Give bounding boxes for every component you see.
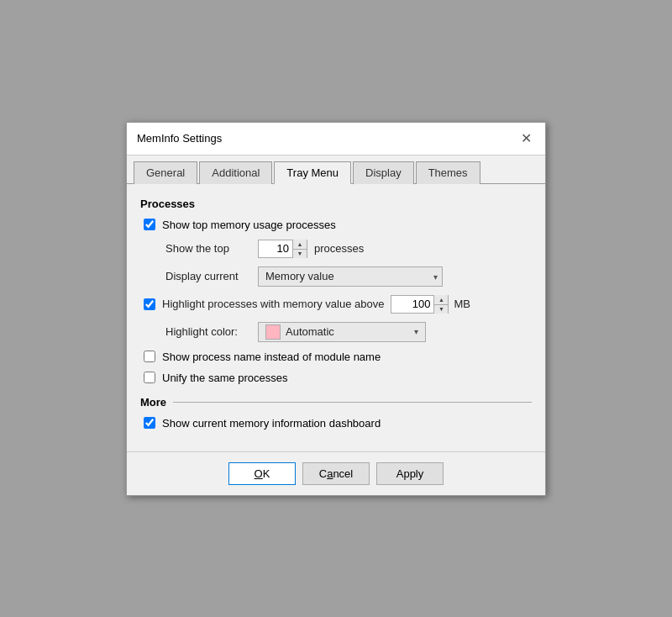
- processes-section: Processes Show top memory usage processe…: [140, 198, 532, 384]
- show-process-name-checkbox[interactable]: [144, 351, 155, 362]
- show-top-spinbox: 10 ▲ ▼: [258, 240, 307, 258]
- show-dashboard-label: Show current memory information dashboar…: [162, 417, 381, 430]
- highlight-checkbox[interactable]: [144, 298, 155, 310]
- highlight-color-arrow-icon: ▾: [414, 327, 418, 336]
- highlight-spinbox: ▲ ▼: [391, 295, 449, 314]
- close-button[interactable]: ✕: [517, 129, 535, 148]
- highlight-spin-down[interactable]: ▼: [434, 304, 448, 314]
- highlight-row: Highlight processes with memory value ab…: [140, 295, 532, 314]
- show-process-name-row: Show process name instead of module name: [140, 351, 532, 363]
- title-bar: MemInfo Settings ✕: [127, 123, 545, 156]
- highlight-spin-up[interactable]: ▲: [434, 295, 448, 304]
- highlight-color-row: Highlight color: Automatic ▾: [140, 322, 532, 342]
- show-dashboard-checkbox[interactable]: [144, 417, 155, 429]
- display-current-select[interactable]: Memory value Memory percentage CPU usage: [258, 266, 443, 287]
- show-process-name-label: Show process name instead of module name: [162, 351, 381, 363]
- highlight-color-name: Automatic: [286, 325, 407, 338]
- display-current-row: Display current Memory value Memory perc…: [140, 266, 532, 287]
- tab-tray-menu[interactable]: Tray Menu: [274, 161, 351, 184]
- tab-content: Processes Show top memory usage processe…: [127, 184, 545, 451]
- highlight-prefix: Highlight processes with memory value ab…: [162, 298, 384, 310]
- processes-title: Processes: [140, 198, 532, 210]
- apply-button[interactable]: Apply: [376, 462, 444, 485]
- more-section: More Show current memory information das…: [140, 396, 532, 430]
- tab-display[interactable]: Display: [353, 161, 414, 184]
- highlight-suffix: MB: [454, 298, 470, 310]
- unify-row: Unify the same processes: [140, 372, 532, 384]
- settings-dialog: MemInfo Settings ✕ General Additional Tr…: [126, 122, 546, 496]
- window-title: MemInfo Settings: [137, 132, 222, 145]
- highlight-color-swatch: [265, 324, 281, 340]
- show-top-memory-row: Show top memory usage processes: [140, 219, 532, 231]
- more-divider-line: [173, 402, 532, 403]
- show-top-row: Show the top 10 ▲ ▼ processes: [140, 240, 532, 258]
- highlight-input[interactable]: [391, 296, 433, 313]
- show-top-spin-up[interactable]: ▲: [293, 240, 307, 249]
- show-top-suffix: processes: [314, 242, 364, 255]
- button-row: OK Cancel Apply: [127, 451, 545, 495]
- cancel-button[interactable]: Cancel: [302, 462, 370, 485]
- tab-general[interactable]: General: [134, 161, 197, 184]
- display-current-prefix: Display current: [165, 270, 258, 282]
- show-top-prefix: Show the top: [165, 242, 258, 255]
- highlight-color-dropdown[interactable]: Automatic ▾: [258, 322, 426, 342]
- tab-bar: General Additional Tray Menu Display The…: [127, 156, 545, 184]
- tab-additional[interactable]: Additional: [199, 161, 272, 184]
- ok-button[interactable]: OK: [228, 462, 296, 485]
- show-dashboard-row: Show current memory information dashboar…: [140, 417, 532, 430]
- more-divider: More: [140, 396, 532, 409]
- show-top-memory-label: Show top memory usage processes: [162, 219, 336, 231]
- highlight-spin-buttons: ▲ ▼: [433, 295, 448, 314]
- more-title: More: [140, 396, 166, 409]
- tab-themes[interactable]: Themes: [416, 161, 480, 184]
- display-current-dropdown-container: Memory value Memory percentage CPU usage…: [258, 266, 443, 287]
- highlight-color-label: Highlight color:: [165, 325, 258, 338]
- show-top-spin-down[interactable]: ▼: [293, 249, 307, 258]
- unify-checkbox[interactable]: [144, 372, 155, 383]
- show-top-spin-buttons: ▲ ▼: [292, 240, 307, 258]
- unify-label: Unify the same processes: [162, 372, 288, 384]
- show-top-memory-checkbox[interactable]: [144, 219, 155, 230]
- show-top-input[interactable]: 10: [259, 240, 292, 257]
